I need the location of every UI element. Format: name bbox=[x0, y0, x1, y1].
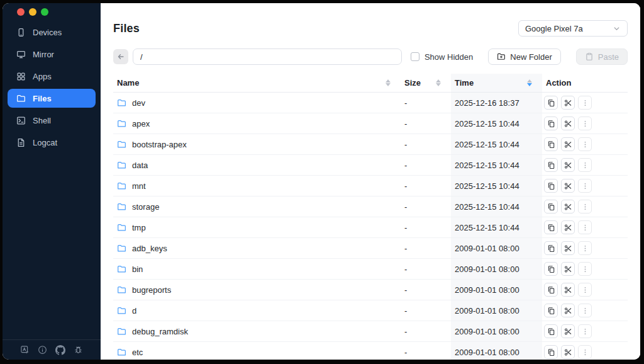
copy-button[interactable] bbox=[544, 96, 558, 110]
copy-button[interactable] bbox=[544, 158, 558, 172]
show-hidden-label: Show Hidden bbox=[425, 52, 473, 62]
more-button[interactable] bbox=[578, 304, 592, 317]
more-button[interactable] bbox=[578, 262, 592, 276]
file-name-cell[interactable]: apex bbox=[113, 113, 401, 134]
copy-button[interactable] bbox=[544, 262, 558, 276]
more-button[interactable] bbox=[578, 324, 592, 338]
cut-icon bbox=[564, 224, 572, 232]
file-name-cell[interactable]: storage bbox=[113, 196, 401, 217]
sort-carets-icon[interactable] bbox=[386, 79, 391, 86]
sidebar-item-logcat[interactable]: Logcat bbox=[8, 133, 96, 152]
file-name-cell[interactable]: dev bbox=[113, 93, 401, 113]
copy-button[interactable] bbox=[544, 324, 558, 338]
bug-icon[interactable] bbox=[74, 345, 83, 355]
file-actions-cell bbox=[542, 280, 628, 300]
show-hidden-checkbox[interactable] bbox=[411, 52, 419, 61]
cut-button[interactable] bbox=[561, 158, 575, 172]
file-name-cell[interactable]: adb_keys bbox=[113, 238, 401, 258]
copy-button[interactable] bbox=[544, 304, 558, 317]
copy-button[interactable] bbox=[544, 200, 558, 213]
file-name-cell[interactable]: d bbox=[113, 300, 401, 321]
more-button[interactable] bbox=[578, 158, 592, 172]
more-button[interactable] bbox=[578, 96, 592, 110]
zoom-window-button[interactable] bbox=[41, 8, 48, 16]
file-name-cell[interactable]: mnt bbox=[113, 176, 401, 196]
column-header-name[interactable]: Name bbox=[113, 74, 401, 92]
file-name-cell[interactable]: etc bbox=[113, 342, 401, 360]
copy-button[interactable] bbox=[544, 179, 558, 193]
copy-button[interactable] bbox=[544, 241, 558, 255]
more-button[interactable] bbox=[578, 283, 592, 297]
sort-carets-icon[interactable] bbox=[527, 79, 532, 86]
cut-icon bbox=[564, 182, 572, 190]
more-button[interactable] bbox=[578, 220, 592, 234]
file-name-cell[interactable]: data bbox=[113, 155, 401, 175]
minimize-window-button[interactable] bbox=[29, 8, 36, 16]
back-button[interactable] bbox=[113, 49, 128, 64]
copy-button[interactable] bbox=[544, 283, 558, 297]
sidebar-item-devices[interactable]: Devices bbox=[8, 23, 96, 42]
file-size-cell: - bbox=[401, 217, 451, 237]
file-name-cell[interactable]: bootstrap-apex bbox=[113, 134, 401, 154]
sidebar-item-shell[interactable]: Shell bbox=[8, 111, 96, 130]
cut-button[interactable] bbox=[561, 200, 575, 213]
file-time: 2009-01-01 08:00 bbox=[455, 306, 519, 316]
more-button[interactable] bbox=[578, 241, 592, 255]
file-actions-cell bbox=[542, 196, 628, 217]
more-button[interactable] bbox=[578, 137, 592, 151]
copy-button[interactable] bbox=[544, 220, 558, 234]
cut-button[interactable] bbox=[561, 262, 575, 276]
column-header-size[interactable]: Size bbox=[401, 74, 451, 92]
main-header: Files Google Pixel 7a bbox=[113, 18, 628, 38]
new-folder-button[interactable]: New Folder bbox=[488, 48, 560, 65]
file-name-cell[interactable]: bin bbox=[113, 259, 401, 279]
file-name-cell[interactable]: bugreports bbox=[113, 280, 401, 300]
more-button[interactable] bbox=[578, 117, 592, 130]
cut-icon bbox=[564, 203, 572, 211]
cut-button[interactable] bbox=[561, 220, 575, 234]
device-select[interactable]: Google Pixel 7a bbox=[518, 20, 628, 37]
file-name-cell[interactable]: tmp bbox=[113, 217, 401, 237]
close-window-button[interactable] bbox=[17, 8, 25, 16]
cut-button[interactable] bbox=[561, 96, 575, 110]
cut-button[interactable] bbox=[561, 117, 575, 130]
column-header-time[interactable]: Time bbox=[451, 74, 542, 92]
copy-button[interactable] bbox=[544, 345, 558, 359]
folder-icon bbox=[117, 348, 126, 357]
folder-icon bbox=[117, 161, 126, 170]
file-size-cell: - bbox=[401, 134, 451, 154]
cut-button[interactable] bbox=[561, 137, 575, 151]
file-time: 2025-12-15 10:44 bbox=[455, 140, 519, 149]
path-input[interactable] bbox=[133, 48, 402, 65]
file-size: - bbox=[404, 98, 407, 108]
toolbar: Show Hidden New Folder Paste bbox=[113, 48, 628, 65]
cut-icon bbox=[564, 307, 572, 315]
cut-button[interactable] bbox=[561, 241, 575, 255]
more-button[interactable] bbox=[578, 345, 592, 359]
paste-button[interactable]: Paste bbox=[576, 48, 628, 65]
show-hidden-toggle[interactable]: Show Hidden bbox=[411, 52, 473, 62]
file-time: 2025-12-15 10:44 bbox=[455, 181, 519, 191]
cut-button[interactable] bbox=[561, 324, 575, 338]
github-icon[interactable] bbox=[55, 345, 65, 355]
cut-button[interactable] bbox=[561, 179, 575, 193]
sort-carets-icon[interactable] bbox=[436, 79, 441, 86]
copy-button[interactable] bbox=[544, 117, 558, 130]
sidebar-item-files[interactable]: Files bbox=[8, 89, 96, 108]
file-size-cell: - bbox=[401, 93, 451, 113]
file-actions-cell bbox=[542, 259, 628, 279]
cut-button[interactable] bbox=[561, 304, 575, 317]
language-icon[interactable] bbox=[20, 345, 30, 355]
more-icon bbox=[581, 120, 589, 128]
more-button[interactable] bbox=[578, 200, 592, 213]
cut-button[interactable] bbox=[561, 345, 575, 359]
sidebar-item-mirror[interactable]: Mirror bbox=[8, 45, 96, 64]
info-icon[interactable] bbox=[38, 345, 47, 355]
file-name-cell[interactable]: debug_ramdisk bbox=[113, 321, 401, 341]
sidebar-item-apps[interactable]: Apps bbox=[8, 67, 96, 86]
more-button[interactable] bbox=[578, 179, 592, 193]
table-row: etc - 2009-01-01 08:00 bbox=[113, 342, 628, 360]
copy-button[interactable] bbox=[544, 137, 558, 151]
cut-button[interactable] bbox=[561, 283, 575, 297]
file-size-cell: - bbox=[401, 300, 451, 321]
